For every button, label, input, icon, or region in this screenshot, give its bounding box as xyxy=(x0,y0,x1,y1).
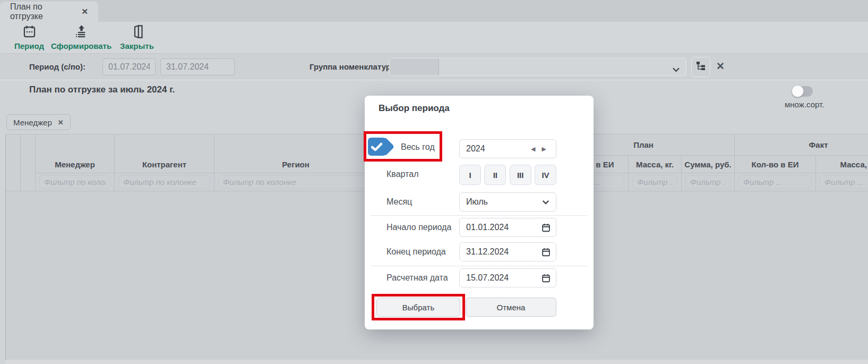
calc-date-input[interactable]: 15.07.2024 xyxy=(459,268,556,287)
clear-filter-icon[interactable]: ✕ xyxy=(716,60,725,72)
quarter-1-button[interactable]: I xyxy=(459,165,481,185)
period-end-input[interactable]: 31.12.2024 xyxy=(459,242,556,261)
column-header-plan-mass[interactable]: Масса, кг. xyxy=(629,156,682,173)
column-header-fact-mass[interactable]: Масса, кг. xyxy=(816,156,868,173)
calendar-icon[interactable] xyxy=(542,248,551,259)
row-expander-column xyxy=(6,134,21,191)
dialog-title: Выбор периода xyxy=(379,103,450,114)
quarter-label: Квартал xyxy=(386,170,418,179)
hierarchy-select-button[interactable] xyxy=(691,57,710,77)
tab-strip: План по отгрузке ✕ xyxy=(0,0,868,22)
filter-cell-counterparty xyxy=(115,173,214,191)
filter-cell-fact-qty xyxy=(735,173,816,191)
nomenclature-group-label: Группа номенклатуры: xyxy=(310,62,400,71)
filter-input-fact-mass[interactable] xyxy=(820,175,868,189)
column-header-fact-qty[interactable]: Кол-во в ЕИ xyxy=(735,156,816,173)
month-dropdown[interactable]: Июль xyxy=(459,192,556,211)
report-title: План по отгрузке за июль 2024 г. xyxy=(29,84,175,95)
row-marker-column xyxy=(21,134,36,191)
toggle-knob xyxy=(792,85,804,97)
filter-cell-plan-sum xyxy=(682,173,735,191)
app-window: План по отгрузке ✕ Период xyxy=(0,0,868,364)
tree-icon xyxy=(695,61,706,73)
filter-cell-region xyxy=(214,173,377,191)
filter-input-plan-sum[interactable] xyxy=(685,175,731,189)
group-header-fact: Факт xyxy=(735,134,868,156)
select-button[interactable]: Выбрать xyxy=(376,298,460,317)
chevron-down-icon xyxy=(542,197,549,207)
filter-input-manager[interactable] xyxy=(39,175,110,189)
column-header-manager[interactable]: Менеджер xyxy=(36,134,115,173)
calendar-icon xyxy=(22,24,37,41)
filter-input-plan-mass[interactable] xyxy=(632,175,677,189)
period-end-value: 31.12.2024 xyxy=(466,247,509,257)
period-start-value: 01.01.2024 xyxy=(466,223,509,232)
period-end-label: Конец периода xyxy=(386,247,446,257)
column-header-plan-sum[interactable]: Сумма, руб. xyxy=(682,156,735,173)
tab-title: План по отгрузке xyxy=(10,2,74,21)
quarter-buttons: I II III IV xyxy=(459,165,556,185)
separator xyxy=(371,266,587,266)
multisort-toggle[interactable] xyxy=(793,86,813,97)
period-start-label: Начало периода xyxy=(386,223,451,232)
quarter-4-button[interactable]: IV xyxy=(535,165,556,185)
tab-close-icon[interactable]: ✕ xyxy=(81,7,88,16)
period-start-input[interactable]: 01.01.2024 xyxy=(459,218,556,237)
generate-button-label: Сформировать xyxy=(51,41,111,50)
month-value: Июль xyxy=(466,197,542,207)
period-range-label: Период (с/по): xyxy=(29,62,85,71)
calendar-icon[interactable] xyxy=(542,274,551,285)
chip-remove-icon[interactable]: ✕ xyxy=(58,118,64,126)
quarter-2-button[interactable]: II xyxy=(484,165,506,185)
check-icon xyxy=(371,142,383,154)
sort-chip-manager[interactable]: Менеджер ✕ xyxy=(6,114,71,130)
combobox-code-segment xyxy=(390,58,439,75)
date-to-input[interactable] xyxy=(160,58,235,75)
filter-input-counterparty[interactable] xyxy=(118,175,210,189)
multisort-label: множ.сорт. xyxy=(785,100,824,109)
cancel-button[interactable]: Отмена xyxy=(466,298,556,317)
filter-cell-manager xyxy=(36,173,115,191)
filter-cell-plan-mass xyxy=(629,173,682,191)
quarter-3-button[interactable]: III xyxy=(510,165,531,185)
close-button-label: Закрыть xyxy=(120,41,154,50)
calendar-icon[interactable] xyxy=(542,223,551,234)
door-icon xyxy=(131,24,144,41)
date-from-input[interactable] xyxy=(102,58,156,75)
year-value: 2024 xyxy=(466,144,528,154)
filter-cell-fact-mass xyxy=(816,173,868,191)
year-prev-icon[interactable]: ◀ xyxy=(528,146,538,153)
year-next-icon[interactable]: ▶ xyxy=(539,146,549,153)
month-label: Месяц xyxy=(386,197,412,207)
period-button[interactable]: Период xyxy=(11,24,48,50)
column-header-counterparty[interactable]: Контрагент xyxy=(115,134,214,173)
tab-shipment-plan[interactable]: План по отгрузке ✕ xyxy=(0,2,98,22)
chip-label: Менеджер xyxy=(13,118,52,127)
whole-year-label: Весь год xyxy=(401,142,435,152)
filter-bar: Период (с/по): Группа номенклатуры: xyxy=(0,53,868,80)
generate-icon xyxy=(74,24,89,41)
period-button-label: Период xyxy=(14,41,44,50)
whole-year-checkbox[interactable] xyxy=(367,137,395,158)
period-select-dialog: Выбор периода Весь год 2024 ◀ ▶ Квартал … xyxy=(365,96,594,329)
calc-date-label: Расчетная дата xyxy=(386,273,448,283)
generate-button[interactable]: Сформировать xyxy=(51,24,111,50)
column-header-region[interactable]: Регион xyxy=(214,134,377,173)
calc-date-value: 15.07.2024 xyxy=(466,273,509,283)
filter-input-region[interactable] xyxy=(218,175,373,189)
table-footer-strip xyxy=(5,360,868,364)
chevron-down-icon[interactable] xyxy=(672,65,680,74)
close-report-button[interactable]: Закрыть xyxy=(117,24,157,50)
year-spinner[interactable]: 2024 ◀ ▶ xyxy=(459,139,556,158)
filter-input-fact-qty[interactable] xyxy=(738,175,812,189)
separator xyxy=(371,215,587,216)
nomenclature-group-combobox[interactable] xyxy=(389,58,686,76)
toolbar: Период Сформировать Закрыть xyxy=(0,22,868,53)
